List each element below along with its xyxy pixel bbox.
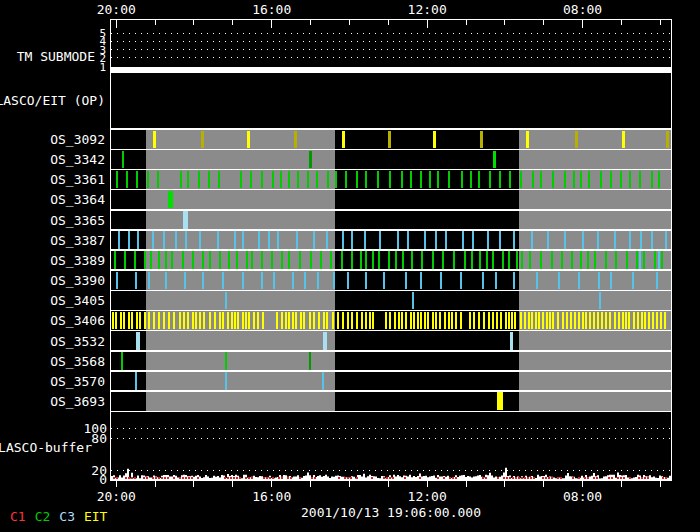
event-tick xyxy=(516,251,518,269)
event-tick xyxy=(540,171,542,189)
tm-submode-gridline xyxy=(111,57,671,58)
event-tick xyxy=(479,251,481,269)
event-tick xyxy=(609,312,611,330)
event-tick xyxy=(236,251,238,269)
event-tick xyxy=(472,231,474,249)
event-tick xyxy=(652,312,654,330)
event-tick xyxy=(664,312,666,330)
event-tick xyxy=(513,272,515,290)
event-tick xyxy=(182,251,184,269)
event-tick xyxy=(451,312,453,330)
event-tick xyxy=(427,312,429,330)
event-tick xyxy=(175,231,177,249)
event-tick xyxy=(365,312,367,330)
event-tick xyxy=(588,171,590,189)
event-tick xyxy=(237,312,239,330)
event-tick xyxy=(199,312,201,330)
event-tick xyxy=(492,312,494,330)
event-tick xyxy=(471,251,473,269)
event-tick xyxy=(288,171,290,189)
row-label: OS_3406 xyxy=(50,313,105,328)
event-tick xyxy=(187,171,189,189)
event-tick xyxy=(144,312,146,330)
event-tick xyxy=(168,312,170,330)
time-axis-label-bottom: 16:00 xyxy=(247,489,297,504)
row-separator xyxy=(111,149,671,151)
event-tick xyxy=(521,251,523,269)
event-tick xyxy=(529,251,531,269)
event-tick xyxy=(214,312,216,330)
tm-submode-gridline xyxy=(111,49,671,50)
event-tick xyxy=(502,251,504,269)
event-tick xyxy=(499,171,501,189)
event-tick xyxy=(292,312,294,330)
row-separator xyxy=(111,229,671,231)
event-tick xyxy=(462,231,464,249)
event-tick xyxy=(437,171,439,189)
event-tick xyxy=(511,312,513,330)
event-tick xyxy=(184,272,186,290)
event-tick xyxy=(309,312,311,330)
event-tick xyxy=(118,231,120,249)
event-tick xyxy=(246,251,248,269)
event-tick xyxy=(599,292,601,310)
row-label: OS_3532 xyxy=(50,334,105,349)
event-tick xyxy=(219,251,221,269)
event-tick xyxy=(137,231,139,249)
event-tick xyxy=(524,312,526,330)
time-tick-top xyxy=(582,20,583,28)
event-tick xyxy=(622,312,624,330)
event-tick xyxy=(601,312,603,330)
event-tick xyxy=(605,312,607,330)
event-tick xyxy=(417,312,419,330)
event-tick xyxy=(398,312,400,330)
tm-submode-level-bar xyxy=(111,67,671,73)
row-separator xyxy=(111,411,671,413)
event-tick xyxy=(651,171,653,189)
event-tick xyxy=(281,251,283,269)
time-tick-top xyxy=(271,20,272,28)
event-tick xyxy=(225,292,227,310)
buffer-scale-label: 0 xyxy=(99,472,107,487)
event-tick xyxy=(309,151,312,169)
event-tick xyxy=(480,131,483,149)
event-tick xyxy=(508,251,510,269)
event-tick xyxy=(410,171,412,189)
event-tick xyxy=(330,251,332,269)
event-tick xyxy=(179,312,181,330)
event-tick xyxy=(199,231,201,249)
event-tick xyxy=(364,231,366,249)
event-tick xyxy=(448,171,450,189)
event-tick xyxy=(509,171,511,189)
row-separator xyxy=(111,370,671,372)
event-tick xyxy=(168,191,173,209)
event-tick xyxy=(614,231,616,249)
time-tick-top xyxy=(543,20,544,25)
time-tick-top xyxy=(621,20,622,25)
event-tick xyxy=(660,312,662,330)
event-tick xyxy=(435,312,437,330)
event-tick xyxy=(622,131,625,149)
event-tick xyxy=(356,171,358,189)
event-tick xyxy=(566,312,568,330)
time-tick-bottom xyxy=(466,481,467,487)
event-tick xyxy=(639,251,641,269)
event-tick xyxy=(432,312,434,330)
event-tick xyxy=(148,272,150,290)
event-tick xyxy=(394,312,396,330)
time-tick-bottom xyxy=(232,481,233,487)
event-tick xyxy=(388,251,390,269)
event-tick xyxy=(225,372,227,390)
event-tick xyxy=(573,171,575,189)
event-tick xyxy=(347,272,349,290)
event-tick xyxy=(183,211,188,229)
event-tick xyxy=(131,312,133,330)
time-tick-top xyxy=(193,20,194,25)
event-tick xyxy=(292,272,294,290)
event-tick xyxy=(552,312,554,330)
event-tick xyxy=(532,171,534,189)
event-tick xyxy=(505,312,507,330)
event-tick xyxy=(316,171,318,189)
event-tick xyxy=(411,251,413,269)
event-tick xyxy=(245,312,247,330)
